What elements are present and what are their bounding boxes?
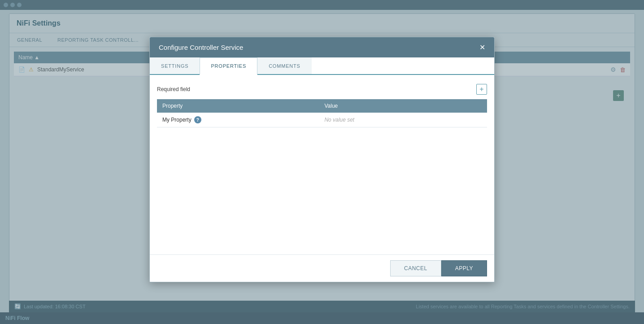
modal-close-button[interactable]: ✕ bbox=[479, 44, 485, 51]
col-property: Property bbox=[157, 99, 319, 113]
tab-comments[interactable]: COMMENTS bbox=[257, 57, 312, 74]
add-property-button[interactable]: + bbox=[476, 84, 487, 95]
properties-table-body: My Property ? No value set bbox=[157, 113, 487, 127]
modal-body: Required field + Property Value bbox=[150, 75, 494, 254]
modal-header: Configure Controller Service ✕ bbox=[150, 37, 494, 57]
modal-tabs: SETTINGS PROPERTIES COMMENTS bbox=[150, 57, 494, 75]
col-value: Value bbox=[319, 99, 452, 113]
col-actions bbox=[452, 99, 487, 113]
table-header-row: Property Value bbox=[157, 99, 487, 113]
required-field-label: Required field bbox=[157, 86, 190, 92]
property-name-cell: My Property ? bbox=[157, 113, 319, 127]
tab-properties[interactable]: PROPERTIES bbox=[200, 57, 257, 75]
apply-button[interactable]: APPLY bbox=[441, 260, 487, 276]
property-name-text: My Property bbox=[162, 117, 191, 123]
help-icon[interactable]: ? bbox=[194, 116, 201, 123]
tab-settings[interactable]: SETTINGS bbox=[150, 57, 200, 74]
property-action-cell bbox=[452, 113, 487, 127]
cancel-button[interactable]: CANCEL bbox=[390, 260, 441, 276]
property-value-cell[interactable]: No value set bbox=[319, 113, 452, 127]
properties-table-head: Property Value bbox=[157, 99, 487, 113]
configure-controller-service-modal: Configure Controller Service ✕ SETTINGS … bbox=[149, 37, 495, 282]
modal-footer: CANCEL APPLY bbox=[150, 254, 494, 282]
modal-title: Configure Controller Service bbox=[159, 44, 243, 51]
table-row: My Property ? No value set bbox=[157, 113, 487, 127]
property-value-placeholder: No value set bbox=[324, 117, 354, 123]
properties-table: Property Value My Property ? bbox=[157, 99, 487, 127]
required-field-row: Required field + bbox=[157, 82, 487, 99]
